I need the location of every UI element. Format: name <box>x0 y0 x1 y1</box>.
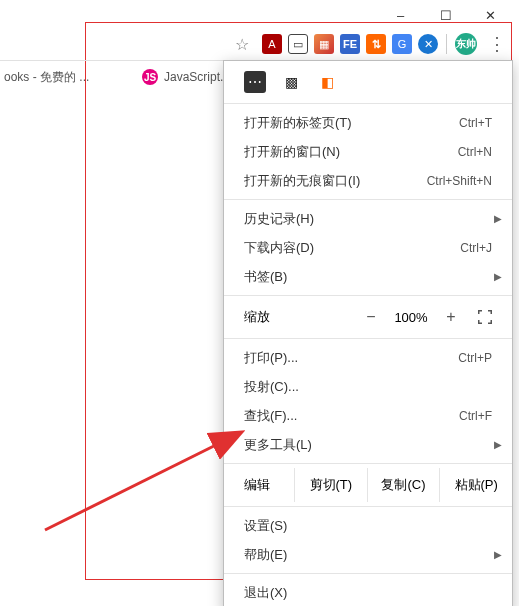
edit-paste-button[interactable]: 粘贴(P) <box>439 468 512 502</box>
menu-label: 查找(F)... <box>244 407 459 425</box>
menu-new-window[interactable]: 打开新的窗口(N) Ctrl+N <box>224 137 512 166</box>
menu-separator <box>224 295 512 296</box>
zoom-label: 缩放 <box>244 308 356 326</box>
menu-new-tab[interactable]: 打开新的标签页(T) Ctrl+T <box>224 108 512 137</box>
menu-label: 打开新的无痕窗口(I) <box>244 172 427 190</box>
bookmark-item[interactable]: ooks - 免费的 ... <box>0 69 130 86</box>
menu-ext-icon[interactable]: ⋯ <box>244 71 266 93</box>
menu-separator <box>224 463 512 464</box>
menu-shortcut: Ctrl+N <box>458 145 492 159</box>
menu-exit[interactable]: 退出(X) <box>224 578 512 606</box>
menu-label: 设置(S) <box>244 517 492 535</box>
zoom-in-button[interactable]: + <box>436 308 466 326</box>
menu-separator <box>224 199 512 200</box>
chrome-main-menu: ⋯ ▩ ◧ 打开新的标签页(T) Ctrl+T 打开新的窗口(N) Ctrl+N… <box>223 60 513 606</box>
menu-more-tools[interactable]: 更多工具(L) ▶ <box>224 430 512 459</box>
menu-shortcut: Ctrl+Shift+N <box>427 174 492 188</box>
qr-icon[interactable]: ▩ <box>280 71 302 93</box>
menu-shortcut: Ctrl+T <box>459 116 492 130</box>
menu-label: 打开新的窗口(N) <box>244 143 458 161</box>
menu-downloads[interactable]: 下载内容(D) Ctrl+J <box>224 233 512 262</box>
menu-icon-row: ⋯ ▩ ◧ <box>224 65 512 99</box>
window-titlebar: – ☐ ✕ <box>0 0 519 30</box>
extension-xunlei-icon[interactable]: ✕ <box>418 34 438 54</box>
menu-bookmarks[interactable]: 书签(B) ▶ <box>224 262 512 291</box>
profile-avatar[interactable]: 东帅 <box>455 33 477 55</box>
menu-edit-row: 编辑 剪切(T) 复制(C) 粘贴(P) <box>224 468 512 502</box>
menu-shortcut: Ctrl+F <box>459 409 492 423</box>
extension-switch-icon[interactable]: ⇅ <box>366 34 386 54</box>
menu-help[interactable]: 帮助(E) ▶ <box>224 540 512 569</box>
menu-label: 帮助(E) <box>244 546 492 564</box>
minimize-button[interactable]: – <box>378 0 423 30</box>
menu-label: 打开新的标签页(T) <box>244 114 459 132</box>
maximize-button[interactable]: ☐ <box>423 0 468 30</box>
menu-label: 更多工具(L) <box>244 436 492 454</box>
menu-find[interactable]: 查找(F)... Ctrl+F <box>224 401 512 430</box>
menu-separator <box>224 103 512 104</box>
chevron-right-icon: ▶ <box>494 271 502 282</box>
menu-cast[interactable]: 投射(C)... <box>224 372 512 401</box>
menu-label: 退出(X) <box>244 584 492 602</box>
svg-line-1 <box>45 433 240 530</box>
menu-label: 历史记录(H) <box>244 210 492 228</box>
extension-capture-icon[interactable]: ▭ <box>288 34 308 54</box>
menu-shortcut: Ctrl+J <box>460 241 492 255</box>
menu-shortcut: Ctrl+P <box>458 351 492 365</box>
browser-toolbar: ☆ A ▭ ▦ FE ⇅ G ✕ 东帅 ⋮ <box>0 28 513 61</box>
menu-label: 书签(B) <box>244 268 492 286</box>
extension-translate-icon[interactable]: G <box>392 34 412 54</box>
menu-label: 投射(C)... <box>244 378 492 396</box>
menu-separator <box>224 338 512 339</box>
extension-fe-icon[interactable]: FE <box>340 34 360 54</box>
menu-label: 下载内容(D) <box>244 239 460 257</box>
edit-copy-button[interactable]: 复制(C) <box>367 468 440 502</box>
extension-adobe-icon[interactable]: A <box>262 34 282 54</box>
extension-grid-icon[interactable]: ▦ <box>314 34 334 54</box>
menu-settings[interactable]: 设置(S) <box>224 511 512 540</box>
chevron-right-icon: ▶ <box>494 549 502 560</box>
close-button[interactable]: ✕ <box>468 0 513 30</box>
menu-button-icon[interactable]: ⋮ <box>483 30 511 58</box>
zoom-value: 100% <box>386 310 436 325</box>
toolbar-separator <box>446 34 447 54</box>
chevron-right-icon: ▶ <box>494 439 502 450</box>
menu-separator <box>224 506 512 507</box>
note-icon[interactable]: ◧ <box>316 71 338 93</box>
edit-label: 编辑 <box>224 476 294 494</box>
fullscreen-icon[interactable] <box>474 306 496 328</box>
chevron-right-icon: ▶ <box>494 213 502 224</box>
menu-zoom: 缩放 − 100% + <box>224 300 512 334</box>
menu-separator <box>224 573 512 574</box>
zoom-out-button[interactable]: − <box>356 308 386 326</box>
favicon-icon: JS <box>142 69 158 85</box>
menu-print[interactable]: 打印(P)... Ctrl+P <box>224 343 512 372</box>
menu-history[interactable]: 历史记录(H) ▶ <box>224 204 512 233</box>
menu-incognito[interactable]: 打开新的无痕窗口(I) Ctrl+Shift+N <box>224 166 512 195</box>
bookmark-star-icon[interactable]: ☆ <box>228 30 256 58</box>
edit-cut-button[interactable]: 剪切(T) <box>294 468 367 502</box>
menu-label: 打印(P)... <box>244 349 458 367</box>
